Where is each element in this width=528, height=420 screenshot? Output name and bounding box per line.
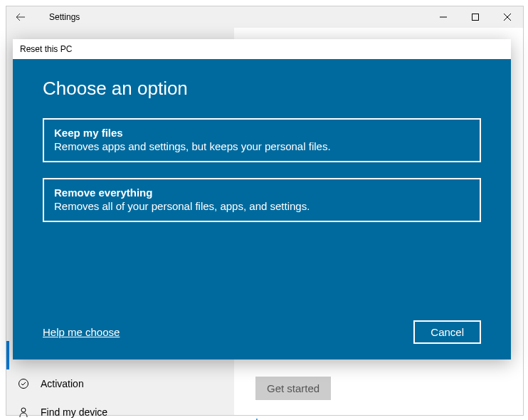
option-remove-everything[interactable]: Remove everything Removes all of your pe… [43, 178, 481, 222]
minimize-button[interactable] [427, 6, 459, 28]
window-title: Settings [49, 12, 80, 22]
dialog-body: Choose an option Keep my files Removes a… [13, 59, 511, 359]
dialog-heading: Choose an option [43, 78, 481, 100]
close-icon [504, 14, 511, 21]
option-keep-my-files[interactable]: Keep my files Removes apps and settings,… [43, 118, 481, 162]
back-button[interactable] [6, 6, 35, 28]
help-me-choose-link[interactable]: Help me choose [43, 326, 120, 338]
option-title: Remove everything [54, 187, 470, 199]
learn-more-link[interactable]: Learn more [255, 416, 502, 420]
maximize-button[interactable] [459, 6, 491, 28]
option-description: Removes all of your personal files, apps… [54, 200, 470, 212]
svg-rect-1 [472, 14, 478, 21]
back-arrow-icon [15, 11, 26, 23]
dialog-footer: Help me choose Cancel [43, 320, 481, 344]
option-title: Keep my files [54, 127, 470, 139]
svg-point-2 [19, 379, 28, 389]
svg-point-3 [21, 408, 26, 412]
sidebar-item-activation[interactable]: Activation [6, 369, 234, 398]
maximize-icon [472, 14, 479, 21]
get-started-button[interactable]: Get started [255, 377, 331, 400]
titlebar: Settings [6, 6, 523, 28]
cancel-button[interactable]: Cancel [413, 320, 481, 344]
option-description: Removes apps and settings, but keeps you… [54, 140, 470, 152]
window-controls [427, 6, 523, 28]
sidebar-item-label: Activation [41, 378, 84, 389]
find-device-icon [16, 406, 31, 418]
minimize-icon [440, 14, 447, 21]
reset-pc-dialog: Reset this PC Choose an option Keep my f… [13, 39, 511, 359]
close-button[interactable] [491, 6, 523, 28]
activation-icon [16, 378, 31, 389]
dialog-title: Reset this PC [13, 39, 511, 59]
sidebar-item-label: Find my device [41, 406, 107, 418]
sidebar-item-find-my-device[interactable]: Find my device [6, 398, 234, 420]
